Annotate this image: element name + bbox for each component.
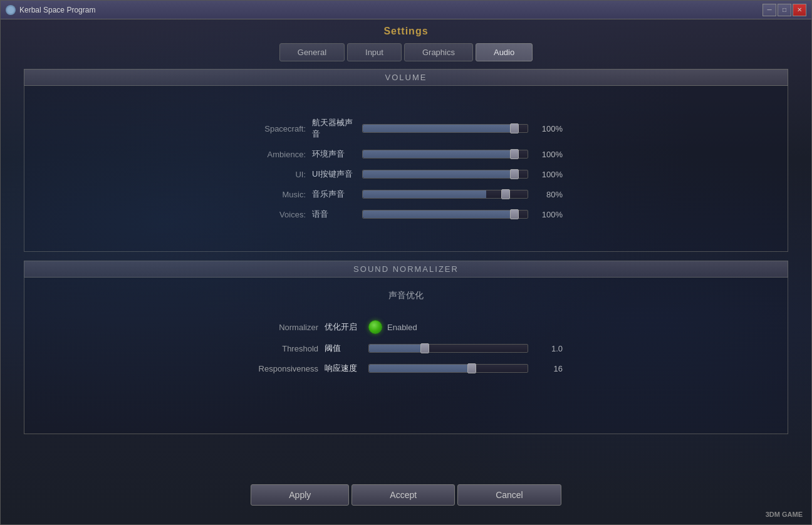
normalizer-chinese-title: 声音优化 (49, 290, 763, 301)
voices-slider-handle[interactable] (510, 209, 519, 219)
volume-rows: Spacecraft: 航天器械声音 100% Ambience: 环境声音 (49, 117, 763, 220)
voices-slider[interactable] (362, 210, 528, 219)
responsiveness-chinese: 响应速度 (325, 363, 362, 374)
ui-slider-fill (363, 170, 514, 178)
ambience-slider-handle[interactable] (510, 149, 519, 159)
ui-slider[interactable] (362, 170, 528, 179)
normalizer-rows: Normalizer 优化开启 Enabled Threshold 阈值 (49, 320, 763, 374)
app-icon (6, 5, 16, 15)
ambience-label: Ambience: (249, 150, 306, 159)
title-bar-left: Kerbal Space Program (6, 5, 95, 15)
volume-section-header: VOLUME (24, 69, 788, 86)
threshold-slider[interactable] (368, 344, 528, 353)
tab-graphics[interactable]: Graphics (404, 43, 473, 61)
music-volume-row: Music: 音乐声音 80% (249, 189, 563, 200)
threshold-row: Threshold 阈值 1.0 (249, 343, 563, 354)
spacecraft-slider-handle[interactable] (510, 123, 519, 133)
voices-value: 100% (534, 210, 563, 219)
spacecraft-slider-fill (363, 125, 514, 132)
voices-volume-row: Voices: 语音 100% (249, 209, 563, 220)
ambience-slider[interactable] (362, 150, 528, 159)
tab-bar: General Input Graphics Audio (279, 43, 533, 61)
normalizer-section-body: 声音优化 Normalizer 优化开启 Enabled Threshold (24, 278, 788, 434)
enabled-dot (368, 320, 382, 334)
responsiveness-slider-fill (369, 365, 472, 372)
settings-title: Settings (383, 26, 428, 37)
title-bar: Kerbal Space Program ─ □ ✕ (1, 1, 811, 19)
main-content: Settings General Input Graphics Audio VO… (1, 19, 811, 524)
close-button[interactable]: ✕ (793, 4, 806, 16)
enabled-text: Enabled (387, 323, 417, 332)
maximize-button[interactable]: □ (778, 4, 791, 16)
ambience-value: 100% (534, 150, 563, 159)
ambience-volume-row: Ambience: 环境声音 100% (249, 148, 563, 160)
music-value: 80% (534, 190, 563, 199)
ui-chinese: UI按键声音 (312, 169, 356, 180)
spacecraft-slider[interactable] (362, 124, 528, 133)
ui-label: UI: (249, 170, 306, 179)
responsiveness-label: Responsiveness (249, 364, 318, 373)
threshold-label: Threshold (249, 344, 318, 353)
spacecraft-chinese: 航天器械声音 (312, 117, 356, 140)
music-label: Music: (249, 190, 306, 199)
voices-chinese: 语音 (312, 209, 356, 220)
volume-section-body: Spacecraft: 航天器械声音 100% Ambience: 环境声音 (24, 86, 788, 252)
spacecraft-value: 100% (534, 124, 563, 133)
accept-button[interactable]: Accept (351, 484, 455, 506)
normalizer-section-header: SOUND NORMALIZER (24, 261, 788, 278)
minimize-button[interactable]: ─ (763, 4, 776, 16)
ui-value: 100% (534, 170, 563, 179)
responsiveness-slider-handle[interactable] (467, 363, 476, 373)
ui-slider-handle[interactable] (510, 169, 519, 179)
normalizer-toggle-row: Normalizer 优化开启 Enabled (249, 320, 563, 334)
threshold-slider-fill (369, 345, 425, 352)
voices-label: Voices: (249, 210, 306, 219)
normalizer-chinese: 优化开启 (325, 321, 362, 333)
normalizer-section: SOUND NORMALIZER 声音优化 Normalizer 优化开启 En… (24, 261, 788, 434)
bottom-buttons: Apply Accept Cancel (251, 478, 561, 518)
music-slider[interactable] (362, 190, 528, 199)
spacecraft-label: Spacecraft: (249, 124, 306, 133)
tab-input[interactable]: Input (347, 43, 402, 61)
responsiveness-value: 16 (534, 364, 563, 373)
threshold-chinese: 阈值 (325, 343, 362, 354)
volume-section: VOLUME Spacecraft: 航天器械声音 100% (24, 69, 788, 252)
tab-audio[interactable]: Audio (476, 43, 533, 61)
normalizer-label: Normalizer (249, 323, 318, 332)
window-title: Kerbal Space Program (19, 6, 95, 14)
voices-slider-fill (363, 211, 514, 218)
music-chinese: 音乐声音 (312, 189, 356, 200)
threshold-value: 1.0 (534, 344, 563, 353)
cancel-button[interactable]: Cancel (457, 484, 561, 506)
responsiveness-row: Responsiveness 响应速度 16 (249, 363, 563, 374)
normalizer-enabled-indicator[interactable]: Enabled (368, 320, 417, 334)
music-slider-fill (363, 190, 486, 198)
threshold-slider-handle[interactable] (420, 343, 429, 353)
main-window: Kerbal Space Program ─ □ ✕ Settings Gene… (0, 0, 812, 525)
music-slider-handle[interactable] (501, 189, 510, 199)
window-controls: ─ □ ✕ (763, 4, 806, 16)
spacecraft-volume-row: Spacecraft: 航天器械声音 100% (249, 117, 563, 140)
tab-general[interactable]: General (279, 43, 345, 61)
ui-volume-row: UI: UI按键声音 100% (249, 169, 563, 180)
responsiveness-slider[interactable] (368, 364, 528, 373)
apply-button[interactable]: Apply (251, 484, 349, 506)
ambience-chinese: 环境声音 (312, 148, 356, 160)
watermark: 3DM GAME (766, 511, 803, 518)
ambience-slider-fill (363, 150, 514, 158)
